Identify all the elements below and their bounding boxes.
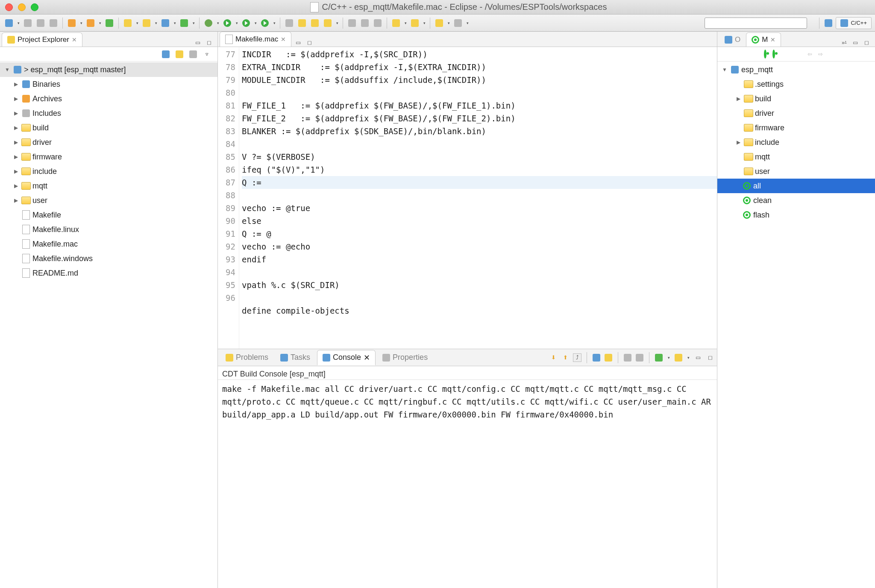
new-source-dropdown[interactable]	[191, 21, 196, 25]
outline-folder[interactable]: firmware	[717, 121, 875, 135]
save-all-button[interactable]	[35, 18, 46, 29]
console-new-dropdown[interactable]	[686, 356, 690, 360]
maximize-editor-button[interactable]: ◻	[305, 38, 314, 47]
toggle-mark-button[interactable]	[346, 18, 358, 29]
console-open-button[interactable]	[655, 353, 663, 362]
tree-item[interactable]: ▶Archives	[0, 91, 217, 106]
perspective-switcher[interactable]: C/C++	[836, 17, 872, 29]
view-menu-button[interactable]: ▿	[202, 50, 211, 59]
editor-area[interactable]: 7778798081828384858687888990919293949596…	[218, 47, 717, 349]
tree-project-root[interactable]: ▼ > esp_mqtt [esp_mqtt master]	[0, 62, 217, 77]
focus-task-button[interactable]	[188, 50, 198, 59]
tree-item[interactable]: Makefile.linux	[0, 222, 217, 237]
external-run-dropdown[interactable]	[272, 21, 276, 25]
run-last-button[interactable]	[241, 18, 252, 29]
code-content[interactable]: INCDIR := $(addprefix -I,$(SRC_DIR)) EXT…	[239, 47, 717, 349]
console-display-button[interactable]	[592, 353, 601, 362]
forward-dropdown[interactable]	[465, 21, 470, 25]
outline-folder[interactable]: ▶build	[717, 91, 875, 106]
save-button[interactable]	[22, 18, 33, 29]
new-button[interactable]	[3, 18, 15, 29]
close-editor-icon[interactable]: ✕	[281, 36, 286, 43]
run-dropdown[interactable]	[235, 21, 239, 25]
show-whitespace-button[interactable]	[372, 18, 383, 29]
maximize-view-button[interactable]: ◻	[205, 38, 213, 47]
search-dropdown[interactable]	[335, 21, 339, 25]
console-new-button[interactable]	[674, 353, 683, 362]
close-maketargets-icon[interactable]: ✕	[770, 36, 775, 43]
tree-item[interactable]: README.md	[0, 266, 217, 280]
debug-button[interactable]	[203, 18, 214, 29]
new-dropdown[interactable]	[16, 21, 21, 25]
console-down-button[interactable]: ⬇	[549, 353, 558, 362]
minimize-bottom-button[interactable]: ▭	[694, 353, 702, 362]
tab-properties[interactable]: Properties	[377, 350, 433, 365]
open-task-button[interactable]	[309, 18, 320, 29]
new-class-dropdown[interactable]	[173, 21, 177, 25]
minimize-view-button[interactable]: ▭	[194, 38, 202, 47]
console-clear-button[interactable]	[623, 353, 632, 362]
forward-button[interactable]	[452, 18, 464, 29]
new-folder-button[interactable]	[141, 18, 152, 29]
link-editor-button[interactable]	[175, 50, 184, 59]
tree-item[interactable]: Makefile.windows	[0, 251, 217, 266]
back-dropdown[interactable]	[446, 21, 451, 25]
open-type-button[interactable]	[297, 18, 308, 29]
outline-folder[interactable]: driver	[717, 106, 875, 121]
project-tree[interactable]: ▼ > esp_mqtt [esp_mqtt master] ▶Binaries…	[0, 62, 217, 588]
maximize-window-button[interactable]	[31, 3, 38, 11]
tab-problems[interactable]: Problems	[220, 350, 273, 365]
console-remove-button[interactable]	[635, 353, 644, 362]
tree-item[interactable]: ▶mqtt	[0, 179, 217, 193]
new-folder-dropdown[interactable]	[154, 21, 158, 25]
right-overflow-button[interactable]: »1	[840, 38, 849, 47]
make-targets-tree[interactable]: ▼ esp_mqtt .settings▶builddriverfirmware…	[717, 62, 875, 588]
tree-item[interactable]: ▶build	[0, 121, 217, 135]
new-class-button[interactable]	[160, 18, 171, 29]
build-config-button[interactable]	[66, 18, 77, 29]
edit-target-button[interactable]	[772, 51, 775, 57]
back-button[interactable]	[434, 18, 445, 29]
collapse-all-button[interactable]	[161, 50, 170, 59]
next-annotation-dropdown[interactable]	[403, 21, 408, 25]
tree-item[interactable]: ▶firmware	[0, 150, 217, 164]
open-perspective-button[interactable]	[823, 18, 834, 29]
outline-folder[interactable]: ▶include	[717, 135, 875, 150]
run-last-dropdown[interactable]	[253, 21, 258, 25]
minimize-editor-button[interactable]: ▭	[294, 38, 302, 47]
next-annotation-button[interactable]	[391, 18, 402, 29]
maximize-right-button[interactable]: ◻	[862, 38, 871, 47]
console-pin-button[interactable]: ⤴	[573, 353, 581, 362]
editor-tab[interactable]: Makefile.mac ✕	[220, 32, 291, 47]
toggle-block-button[interactable]	[359, 18, 370, 29]
new-project-dropdown[interactable]	[135, 21, 139, 25]
tab-console[interactable]: Console ✕	[317, 350, 376, 365]
search-button[interactable]	[322, 18, 333, 29]
new-source-button[interactable]	[179, 18, 190, 29]
build-button[interactable]	[85, 18, 96, 29]
make-target[interactable]: clean	[717, 193, 875, 208]
run-button[interactable]	[222, 18, 233, 29]
outline-tab[interactable]: O	[719, 32, 746, 47]
maximize-bottom-button[interactable]: ◻	[706, 353, 714, 362]
back-nav-button[interactable]: ⇦	[807, 51, 812, 57]
debug-dropdown[interactable]	[216, 21, 220, 25]
console-lock-button[interactable]	[604, 353, 613, 362]
make-targets-tab[interactable]: M ✕	[746, 32, 781, 47]
quick-access-input[interactable]	[705, 18, 807, 29]
outline-project-row[interactable]: ▼ esp_mqtt	[717, 62, 875, 77]
tree-item[interactable]: ▶user	[0, 193, 217, 208]
close-window-button[interactable]	[5, 3, 13, 11]
tree-item[interactable]: ▶include	[0, 164, 217, 179]
build-target-button[interactable]	[104, 18, 115, 29]
forward-nav-button[interactable]: ⇨	[818, 51, 823, 57]
build-dropdown[interactable]	[98, 21, 102, 25]
new-project-button[interactable]	[122, 18, 133, 29]
prev-annotation-dropdown[interactable]	[422, 21, 426, 25]
minimize-window-button[interactable]	[18, 3, 26, 11]
minimize-right-button[interactable]: ▭	[851, 38, 860, 47]
tree-item[interactable]: ▶Binaries	[0, 77, 217, 91]
project-explorer-tab[interactable]: Project Explorer ✕	[2, 32, 82, 47]
console-up-button[interactable]: ⬆	[561, 353, 570, 362]
profile-button[interactable]	[284, 18, 295, 29]
